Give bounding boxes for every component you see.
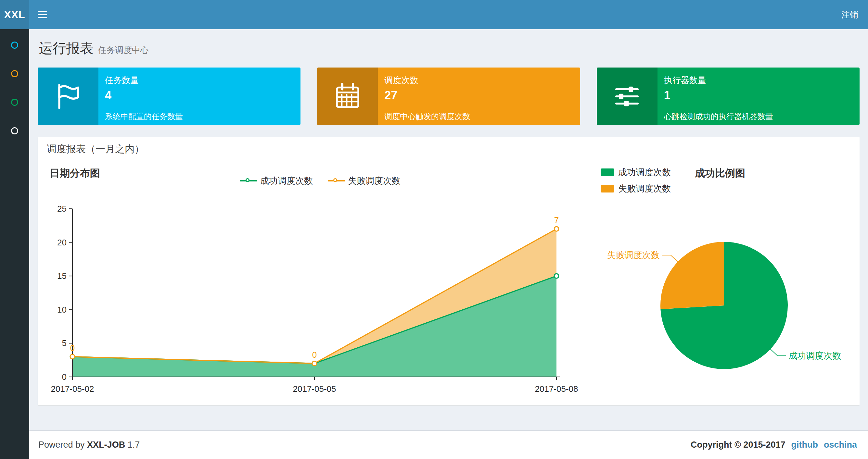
line-chart-legend: 成功调度次数 失败调度次数 bbox=[38, 175, 603, 187]
legend-label: 成功调度次数 bbox=[618, 166, 671, 178]
svg-text:失败调度次数: 失败调度次数 bbox=[607, 250, 660, 260]
date-distribution-chart[interactable]: 05101520252017-05-022017-05-052017-05-08… bbox=[38, 201, 587, 396]
info-box-number: 27 bbox=[384, 89, 573, 102]
report-panel-body: 日期分布图 成功调度次数 失败调度次数 05101520252017-05-02… bbox=[38, 162, 860, 405]
sliders-icon bbox=[597, 67, 657, 125]
circle-icon bbox=[11, 127, 18, 134]
logo[interactable]: XXL bbox=[0, 0, 29, 29]
logout-link[interactable]: 注销 bbox=[832, 0, 868, 29]
info-box-description: 调度中心触发的调度次数 bbox=[384, 111, 573, 122]
line-series-marker-icon bbox=[328, 178, 345, 184]
github-link[interactable]: github bbox=[791, 440, 818, 450]
pie-chart-legend: 成功调度次数 失败调度次数 bbox=[601, 166, 671, 194]
legend-label: 成功调度次数 bbox=[260, 175, 313, 187]
info-box-executors: 执行器数量 1 心跳检测成功的执行器机器数量 bbox=[597, 67, 860, 125]
legend-item-success[interactable]: 成功调度次数 bbox=[240, 175, 313, 187]
calendar-icon bbox=[317, 67, 378, 125]
legend-label: 失败调度次数 bbox=[348, 175, 401, 187]
sidebar-item-4[interactable] bbox=[0, 117, 29, 145]
svg-text:10: 10 bbox=[57, 305, 67, 315]
svg-text:0: 0 bbox=[70, 343, 75, 353]
info-box-description: 心跳检测成功的执行器机器数量 bbox=[664, 111, 852, 122]
navbar: 注销 bbox=[29, 0, 868, 29]
pie-legend-item-success[interactable]: 成功调度次数 bbox=[601, 166, 671, 178]
svg-text:0: 0 bbox=[62, 372, 67, 382]
line-series-marker-icon bbox=[240, 178, 257, 184]
info-box-content: 任务数量 4 系统中配置的任务数量 bbox=[98, 67, 301, 125]
circle-icon bbox=[11, 99, 18, 106]
info-box-title: 任务数量 bbox=[105, 75, 293, 86]
page-subtitle: 任务调度中心 bbox=[98, 44, 149, 56]
sidebar-item-1[interactable] bbox=[0, 31, 29, 59]
info-box-row: 任务数量 4 系统中配置的任务数量 调度次 bbox=[38, 67, 860, 125]
sidebar-menu bbox=[0, 29, 29, 145]
pie-chart-title: 成功比例图 bbox=[695, 166, 745, 180]
powered-by-prefix: Powered by bbox=[38, 440, 85, 450]
legend-item-fail[interactable]: 失败调度次数 bbox=[328, 175, 401, 187]
svg-text:5: 5 bbox=[62, 338, 67, 348]
svg-text:15: 15 bbox=[57, 271, 67, 281]
svg-text:2017-05-05: 2017-05-05 bbox=[293, 384, 336, 394]
hamburger-icon bbox=[38, 9, 47, 20]
copyright-text: Copyright © 2015-2017 bbox=[691, 440, 785, 450]
page-title: 运行报表 bbox=[39, 40, 94, 57]
sidebar-toggle-button[interactable] bbox=[29, 0, 55, 29]
pie-legend-item-fail[interactable]: 失败调度次数 bbox=[601, 183, 671, 194]
svg-text:20: 20 bbox=[57, 238, 67, 248]
success-ratio-chart[interactable]: 成功调度次数失败调度次数 bbox=[557, 221, 850, 402]
sidebar-item-3[interactable] bbox=[0, 88, 29, 117]
oschina-link[interactable]: oschina bbox=[824, 440, 857, 450]
info-box-title: 调度次数 bbox=[384, 75, 573, 86]
svg-text:成功调度次数: 成功调度次数 bbox=[788, 351, 841, 361]
product-version: 1.7 bbox=[128, 440, 140, 450]
info-box-jobs: 任务数量 4 系统中配置的任务数量 bbox=[38, 67, 301, 125]
info-box-number: 1 bbox=[664, 89, 852, 102]
page-header: 运行报表 任务调度中心 bbox=[29, 29, 868, 57]
info-box-title: 执行器数量 bbox=[664, 75, 852, 86]
svg-text:0: 0 bbox=[312, 350, 317, 360]
product-name: XXL-JOB bbox=[87, 440, 125, 450]
report-panel-title: 调度报表（一月之内） bbox=[47, 142, 144, 156]
legend-swatch-icon bbox=[601, 168, 614, 176]
info-box-number: 4 bbox=[105, 89, 293, 102]
legend-label: 失败调度次数 bbox=[618, 183, 671, 194]
info-box-triggers: 调度次数 27 调度中心触发的调度次数 bbox=[317, 67, 580, 125]
flag-icon bbox=[38, 67, 98, 125]
circle-icon bbox=[11, 41, 18, 49]
sidebar bbox=[0, 29, 29, 459]
svg-text:2017-05-02: 2017-05-02 bbox=[51, 384, 94, 394]
sidebar-item-2[interactable] bbox=[0, 59, 29, 88]
info-box-content: 调度次数 27 调度中心触发的调度次数 bbox=[378, 67, 580, 125]
circle-icon bbox=[11, 70, 18, 77]
info-box-description: 系统中配置的任务数量 bbox=[105, 111, 293, 122]
content: 运行报表 任务调度中心 任务数量 4 系统中配置的任务数量 bbox=[29, 29, 868, 430]
footer-copyright-area: Copyright © 2015-2017 github oschina bbox=[691, 440, 857, 450]
svg-text:25: 25 bbox=[57, 204, 67, 214]
report-panel-header: 调度报表（一月之内） bbox=[38, 137, 860, 162]
app-root: XXL 注销 运行报表 任务 bbox=[0, 0, 868, 459]
report-panel: 调度报表（一月之内） 日期分布图 成功调度次数 失败调度次数 051015202… bbox=[38, 137, 860, 405]
footer: Powered by XXL-JOB 1.7 Copyright © 2015-… bbox=[29, 430, 868, 459]
legend-swatch-icon bbox=[601, 185, 614, 193]
footer-powered-by: Powered by XXL-JOB 1.7 bbox=[38, 440, 140, 450]
top-navbar: XXL 注销 bbox=[0, 0, 868, 29]
info-box-content: 执行器数量 1 心跳检测成功的执行器机器数量 bbox=[657, 67, 860, 125]
